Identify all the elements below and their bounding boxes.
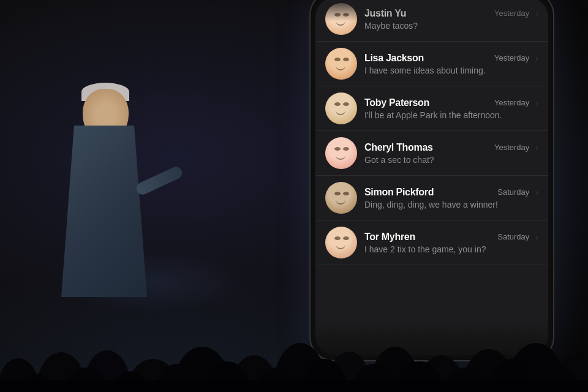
chevron-icon-lisa: ›: [535, 53, 538, 63]
svg-rect-25: [0, 380, 588, 392]
message-content-toby: Toby Paterson Yesterday › I'll be at App…: [364, 97, 538, 120]
message-time-simon: Saturday: [497, 187, 529, 197]
message-preview-toby: I'll be at Apple Park in the afternoon.: [364, 110, 538, 120]
contact-name-justin: Justin Yu: [364, 8, 406, 19]
message-preview-tor: I have 2 tix to the game, you in?: [364, 244, 538, 254]
contact-name-lisa: Lisa Jackson: [364, 53, 424, 64]
time-chevron-toby: Yesterday ›: [494, 98, 538, 108]
chevron-icon-tor: ›: [535, 232, 538, 242]
chevron-icon-simon: ›: [535, 187, 538, 197]
message-content-justin: Justin Yu Yesterday › Maybe tacos?: [364, 8, 538, 31]
message-content-lisa: Lisa Jackson Yesterday › I have some ide…: [364, 53, 538, 75]
contact-name-tor: Tor Myhren: [364, 232, 415, 243]
message-time-cheryl: Yesterday: [494, 143, 529, 152]
message-content-cheryl: Cheryl Thomas Yesterday › Got a sec to c…: [364, 142, 538, 165]
message-header-cheryl: Cheryl Thomas Yesterday ›: [364, 142, 538, 153]
message-content-simon: Simon Pickford Saturday › Ding, ding, di…: [364, 187, 538, 209]
message-item-tor[interactable]: Tor Myhren Saturday › I have 2 tix to th…: [315, 221, 548, 265]
message-preview-lisa: I have some ideas about timing.: [364, 66, 538, 75]
time-chevron-lisa: Yesterday ›: [494, 53, 538, 63]
message-header-lisa: Lisa Jackson Yesterday ›: [364, 53, 538, 64]
speaker-arm: [135, 165, 184, 197]
avatar-tor: [325, 227, 357, 258]
chevron-icon-cheryl: ›: [535, 143, 538, 153]
message-item-toby[interactable]: Toby Paterson Yesterday › I'll be at App…: [315, 86, 548, 131]
avatar-justin: [325, 3, 357, 35]
message-item-simon[interactable]: Simon Pickford Saturday › Ding, ding, di…: [315, 176, 548, 221]
message-time-toby: Yesterday: [494, 98, 529, 107]
message-preview-simon: Ding, ding, ding, we have a winner!: [364, 200, 538, 209]
contact-name-cheryl: Cheryl Thomas: [364, 142, 433, 153]
avatar-lisa: [325, 48, 357, 80]
message-time-tor: Saturday: [497, 232, 529, 241]
avatar-simon: [325, 182, 357, 214]
time-chevron-cheryl: Yesterday ›: [494, 143, 538, 153]
message-header-toby: Toby Paterson Yesterday ›: [364, 97, 538, 108]
avatar-cheryl: [325, 137, 357, 169]
message-header-justin: Justin Yu Yesterday ›: [364, 8, 538, 19]
contact-name-simon: Simon Pickford: [364, 187, 434, 198]
chevron-icon-justin: ›: [535, 9, 538, 18]
time-chevron-justin: Yesterday ›: [494, 9, 538, 18]
message-item-cheryl[interactable]: Cheryl Thomas Yesterday › Got a sec to c…: [315, 131, 548, 176]
audience-svg: [0, 294, 588, 392]
audience-silhouettes: [0, 294, 588, 392]
time-chevron-simon: Saturday ›: [497, 187, 538, 197]
message-preview-justin: Maybe tacos?: [364, 21, 538, 31]
speaker-body: [61, 126, 147, 297]
message-time-justin: Yesterday: [494, 9, 529, 18]
speaker-figure: [31, 89, 202, 297]
message-header-simon: Simon Pickford Saturday ›: [364, 187, 538, 198]
message-time-lisa: Yesterday: [494, 53, 529, 62]
message-header-tor: Tor Myhren Saturday ›: [364, 232, 538, 243]
message-content-tor: Tor Myhren Saturday › I have 2 tix to th…: [364, 232, 538, 254]
avatar-toby: [325, 92, 357, 124]
message-item-justin[interactable]: Justin Yu Yesterday › Maybe tacos?: [315, 0, 548, 42]
contact-name-toby: Toby Paterson: [364, 97, 429, 108]
message-preview-cheryl: Got a sec to chat?: [364, 155, 538, 165]
chevron-icon-toby: ›: [535, 98, 538, 108]
message-item-lisa[interactable]: Lisa Jackson Yesterday › I have some ide…: [315, 42, 548, 86]
time-chevron-tor: Saturday ›: [497, 232, 538, 242]
